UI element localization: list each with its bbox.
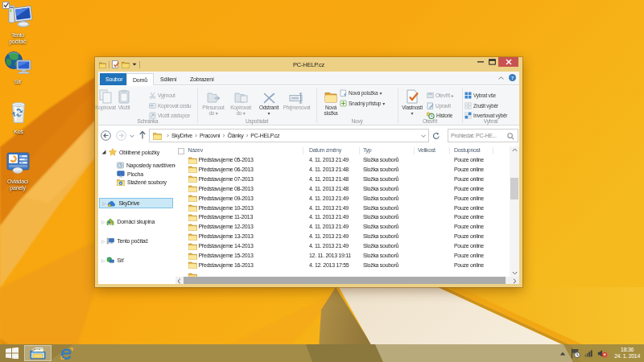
nav-network[interactable]: ▷ Síť bbox=[101, 257, 124, 264]
window-titlebar[interactable]: PC-HELP.cz bbox=[95, 57, 522, 72]
desktop-icon-this-pc[interactable]: Tento počítač bbox=[0, 3, 36, 45]
scroll-right-icon[interactable] bbox=[513, 278, 517, 284]
select-all-checkbox[interactable] bbox=[178, 148, 184, 154]
address-bar-row: › SkyDrive › Pracovní › Články › PC-HELP… bbox=[98, 126, 519, 146]
file-row[interactable]: Představujeme 07-2013 4. 11. 2013 21:48 … bbox=[175, 175, 510, 184]
nav-label: Naposledy navštívené bbox=[126, 162, 175, 168]
desktop-icon-recycle-bin[interactable]: Koš bbox=[0, 99, 37, 135]
column-divider[interactable] bbox=[359, 147, 360, 154]
horizontal-scroll-thumb[interactable] bbox=[184, 277, 506, 284]
file-row[interactable]: Představujeme 15-2013 12. 11. 2013 19:11… bbox=[175, 251, 510, 261]
new-item-button[interactable]: Nová položka▾ bbox=[340, 89, 382, 97]
minimize-ribbon-icon[interactable] bbox=[498, 76, 504, 80]
file-date: 4. 11. 2013 21:49 bbox=[309, 205, 349, 211]
help-icon[interactable]: ? bbox=[509, 74, 516, 81]
breadcrumb-pchelp[interactable]: PC-HELP.cz bbox=[250, 133, 279, 138]
file-row[interactable]: Představujeme 06-2013 4. 11. 2013 21:48 … bbox=[175, 165, 510, 175]
column-header-size[interactable]: Velikost bbox=[418, 147, 436, 153]
taskbar-clock[interactable]: 18:36 24. 1. 2014 bbox=[614, 347, 640, 360]
breadcrumb-clanky[interactable]: Články bbox=[228, 133, 244, 138]
copy-path-button[interactable]: Kopírovat cestu bbox=[149, 102, 191, 109]
collapsed-arrow-icon[interactable]: ▷ bbox=[101, 219, 105, 224]
copy-icon bbox=[99, 89, 112, 104]
column-header-availability[interactable]: Dostupnost bbox=[454, 147, 480, 153]
back-button[interactable] bbox=[101, 130, 111, 141]
forward-button[interactable] bbox=[116, 130, 126, 141]
collapsed-arrow-icon[interactable]: ▷ bbox=[101, 238, 105, 244]
file-row[interactable]: Představujeme 13-2013 4. 11. 2013 21:49 … bbox=[175, 232, 510, 241]
vertical-scrollbar[interactable] bbox=[510, 146, 519, 277]
file-row[interactable]: Představujeme 11-2013 4. 11. 2013 21:49 … bbox=[175, 212, 510, 222]
select-all-button[interactable]: Vybrat vše bbox=[464, 92, 496, 99]
scroll-down-icon[interactable] bbox=[512, 271, 518, 275]
internet-explorer-icon[interactable] bbox=[60, 347, 73, 360]
desktop-icon-label: Ovládací panely bbox=[3, 179, 32, 191]
show-hidden-icons-button[interactable] bbox=[559, 352, 566, 356]
nav-this-pc[interactable]: ▷ Tento počítač bbox=[101, 237, 148, 245]
vertical-scroll-thumb[interactable] bbox=[510, 178, 518, 200]
action-center-flag-icon[interactable] bbox=[571, 348, 580, 359]
start-button[interactable] bbox=[6, 348, 19, 359]
tab-share[interactable]: Sdílení bbox=[155, 73, 182, 85]
search-box[interactable]: Prohledat: PC-HE... bbox=[448, 129, 518, 142]
network-status-icon[interactable] bbox=[584, 349, 593, 357]
column-divider[interactable] bbox=[493, 147, 493, 154]
nav-homegroup[interactable]: ▷ Domácí skupina bbox=[101, 218, 155, 225]
nav-recent[interactable]: Naposledy navštívené bbox=[117, 162, 175, 169]
file-row[interactable]: Představujeme 09-2013 4. 11. 2013 21:49 … bbox=[175, 194, 510, 204]
column-header-type[interactable]: Typ bbox=[363, 147, 371, 153]
maximize-button[interactable] bbox=[486, 57, 498, 67]
cut-button[interactable]: Vyjmout bbox=[149, 92, 175, 99]
file-row[interactable]: Představujeme 16-2013 4. 12. 2013 17:55 … bbox=[175, 261, 510, 270]
address-dropdown-icon[interactable] bbox=[421, 134, 426, 138]
column-header-date[interactable]: Datum změny bbox=[309, 147, 341, 153]
tab-home[interactable]: Domů bbox=[126, 73, 154, 85]
search-icon[interactable] bbox=[507, 133, 514, 140]
file-row[interactable]: Představujeme 05-2013 4. 11. 2013 21:49 … bbox=[175, 155, 510, 165]
column-header-name[interactable]: Název bbox=[188, 147, 203, 153]
breadcrumb-skydrive[interactable]: SkyDrive bbox=[171, 133, 192, 138]
breadcrumb-pracovni[interactable]: Pracovní bbox=[200, 133, 221, 138]
nav-skydrive[interactable]: ▷ SkyDrive bbox=[99, 198, 173, 208]
horizontal-scrollbar[interactable] bbox=[175, 277, 519, 284]
system-tray: 18:36 24. 1. 2014 bbox=[559, 344, 644, 362]
open-button[interactable]: Otevřít▸ bbox=[427, 92, 454, 99]
scroll-up-icon[interactable] bbox=[512, 148, 518, 152]
address-bar[interactable]: › SkyDrive › Pracovní › Články › PC-HELP… bbox=[149, 129, 429, 142]
column-divider[interactable] bbox=[414, 147, 415, 154]
delete-button[interactable]: Odstranit▾ bbox=[253, 88, 285, 116]
paste-button[interactable]: Vložit bbox=[114, 88, 134, 111]
cut-icon bbox=[149, 92, 156, 99]
refresh-button[interactable] bbox=[432, 132, 440, 140]
edit-button[interactable]: Upravit bbox=[427, 102, 451, 109]
minimize-button[interactable] bbox=[474, 57, 486, 67]
collapsed-arrow-icon[interactable]: ▷ bbox=[101, 257, 105, 263]
desktop-icon-control-panel[interactable]: Ovládací panely bbox=[0, 150, 36, 191]
up-button[interactable] bbox=[138, 130, 147, 140]
easy-access-button[interactable]: Snadný přístup▾ bbox=[340, 100, 385, 107]
file-row[interactable]: Představujeme 12-2013 4. 11. 2013 21:49 … bbox=[175, 222, 510, 232]
column-divider[interactable] bbox=[303, 147, 303, 154]
taskbar-explorer-button[interactable] bbox=[24, 345, 52, 361]
file-row[interactable]: Představujeme 08-2013 4. 11. 2013 21:48 … bbox=[175, 184, 510, 194]
nav-favorites[interactable]: Oblíbené položky bbox=[101, 148, 159, 156]
tab-file[interactable]: Soubor bbox=[100, 73, 128, 85]
collapsed-arrow-icon[interactable]: ▷ bbox=[102, 200, 105, 206]
desktop-icon-network[interactable]: Síť bbox=[0, 51, 36, 85]
rename-button[interactable]: Přejmenovat bbox=[282, 88, 312, 111]
scroll-left-icon[interactable] bbox=[177, 278, 181, 284]
select-none-button[interactable]: Zrušit výběr bbox=[464, 102, 498, 109]
file-row[interactable]: Představujeme 14-2013 4. 11. 2013 21:49 … bbox=[175, 241, 510, 251]
move-to-button[interactable]: Přesunoutdo ▾ bbox=[200, 88, 226, 116]
tab-view[interactable]: Zobrazení bbox=[184, 73, 220, 85]
recent-locations-dropdown[interactable] bbox=[130, 134, 134, 138]
nav-desktop[interactable]: Plocha bbox=[117, 171, 143, 178]
expanded-arrow-icon[interactable] bbox=[101, 150, 106, 154]
properties-button[interactable]: Vlastnosti▾ bbox=[398, 88, 426, 116]
column-divider[interactable] bbox=[449, 147, 450, 154]
close-button[interactable] bbox=[498, 57, 518, 67]
file-row[interactable]: Představujeme 10-2013 4. 11. 2013 21:49 … bbox=[175, 204, 510, 213]
nav-downloads[interactable]: Stažené soubory bbox=[117, 179, 167, 186]
copy-to-button[interactable]: Kopírovatdo ▾ bbox=[228, 88, 254, 116]
volume-muted-icon[interactable] bbox=[597, 349, 608, 358]
